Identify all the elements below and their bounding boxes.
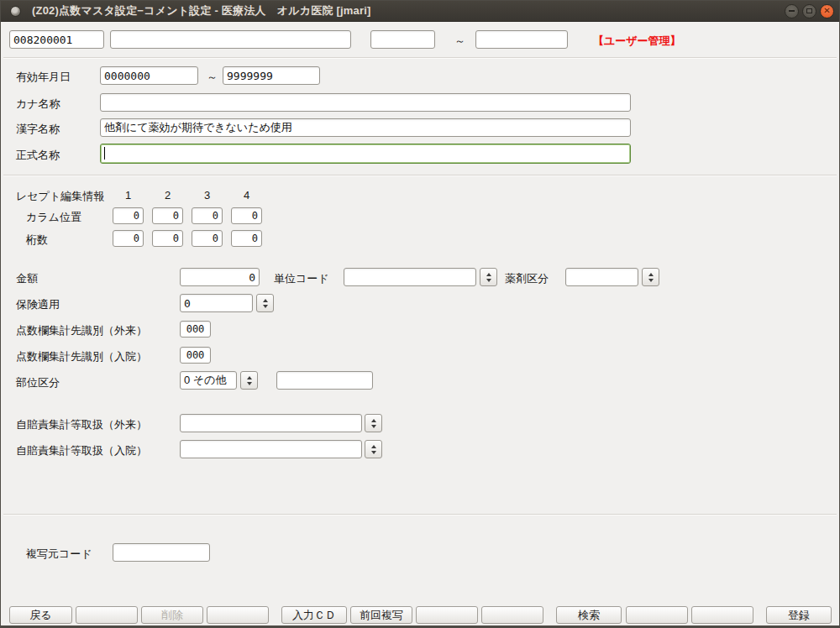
spin-down-icon <box>371 425 376 428</box>
receipt-edit-label: レセプト編集情報 <box>16 189 104 204</box>
blank-button-6[interactable] <box>691 606 753 624</box>
maximize-icon <box>806 8 812 13</box>
body-part-label: 部位区分 <box>16 375 60 390</box>
blank-button-5[interactable] <box>626 606 688 624</box>
minimize-icon <box>789 10 795 12</box>
window-controls: ✕ <box>785 4 834 18</box>
spin-down-icon <box>371 451 376 454</box>
kanji-name-input[interactable] <box>100 118 631 137</box>
tally-outpatient-label: 点数欄集計先識別（外来） <box>16 323 147 338</box>
jibai-outpatient-label: 自賠責集計等取扱（外来） <box>16 417 147 432</box>
official-name-input[interactable] <box>100 144 631 164</box>
register-button[interactable]: 登録 <box>766 606 832 624</box>
back-button[interactable]: 戻る <box>9 606 72 624</box>
column-position-input-4[interactable] <box>231 207 262 224</box>
valid-date-tilde: ～ <box>207 70 218 85</box>
spin-up-icon <box>371 445 376 448</box>
spin-down-icon <box>263 305 268 308</box>
column-header-2: 2 <box>152 189 183 201</box>
insurance-label: 保険適用 <box>16 297 60 312</box>
insurance-input[interactable] <box>180 294 253 312</box>
valid-date-to-input[interactable] <box>223 66 320 85</box>
spin-down-icon <box>247 382 252 385</box>
column-position-input-2[interactable] <box>152 207 183 224</box>
column-position-label: カラム位置 <box>26 210 81 225</box>
range-from-input[interactable] <box>370 30 435 49</box>
kana-name-input[interactable] <box>100 93 631 112</box>
column-header-3: 3 <box>192 189 223 201</box>
close-icon: ✕ <box>823 7 830 15</box>
code-input[interactable] <box>9 30 104 49</box>
body-part-input[interactable] <box>180 371 237 390</box>
spin-up-icon <box>371 419 376 422</box>
copy-source-input[interactable] <box>113 543 210 562</box>
body-part-extra-input[interactable] <box>276 371 373 390</box>
spin-up-icon <box>486 273 491 276</box>
spin-down-icon <box>648 279 654 282</box>
valid-date-label: 有効年月日 <box>16 70 71 85</box>
separator <box>3 175 837 176</box>
digits-input-1[interactable] <box>113 230 144 247</box>
digits-label: 桁数 <box>26 233 48 248</box>
column-header-1: 1 <box>113 189 144 201</box>
jibai-outpatient-input[interactable] <box>180 414 362 432</box>
spin-up-icon <box>263 299 268 302</box>
official-name-label: 正式名称 <box>16 148 60 163</box>
copy-source-label: 複写元コード <box>26 547 92 562</box>
search-button[interactable]: 検索 <box>556 606 622 624</box>
spin-up-icon <box>247 376 252 379</box>
name-input[interactable] <box>110 30 351 49</box>
spin-up-icon <box>648 273 654 276</box>
separator <box>3 57 837 59</box>
tally-inpatient-input[interactable] <box>180 347 211 364</box>
spin-down-icon <box>486 279 491 282</box>
user-management-note: 【ユーザー管理】 <box>593 34 681 49</box>
drug-class-input[interactable] <box>565 268 638 286</box>
column-position-input-1[interactable] <box>113 207 144 224</box>
blank-button-2[interactable] <box>207 606 269 624</box>
blank-button-4[interactable] <box>481 606 543 624</box>
drug-class-label: 薬剤区分 <box>505 271 549 286</box>
tally-inpatient-label: 点数欄集計先識別（入院） <box>16 349 147 364</box>
tally-outpatient-input[interactable] <box>180 321 211 338</box>
separator <box>3 514 837 515</box>
window-title: (Z02)点数マスタ設定−コメント設定 - 医療法人 オルカ医院 [jmari] <box>32 3 371 18</box>
input-cd-button[interactable]: 入力ＣＤ <box>281 606 347 624</box>
body-part-spinner[interactable] <box>240 371 258 390</box>
minimize-button[interactable] <box>785 4 799 18</box>
amount-input[interactable] <box>180 268 260 286</box>
kanji-name-label: 漢字名称 <box>16 122 60 137</box>
jibai-outpatient-spinner[interactable] <box>365 414 382 432</box>
jibai-inpatient-input[interactable] <box>180 440 362 458</box>
range-tilde: ～ <box>454 34 465 49</box>
digits-input-3[interactable] <box>192 230 223 247</box>
jibai-inpatient-spinner[interactable] <box>365 440 382 458</box>
blank-button-1[interactable] <box>76 606 138 624</box>
valid-date-from-input[interactable] <box>100 66 198 85</box>
digits-input-4[interactable] <box>231 230 262 247</box>
insurance-spinner[interactable] <box>256 294 274 312</box>
titlebar: (Z02)点数マスタ設定−コメント設定 - 医療法人 オルカ医院 [jmari]… <box>1 1 839 22</box>
app-icon <box>10 6 21 17</box>
digits-input-2[interactable] <box>152 230 183 247</box>
amount-label: 金額 <box>16 271 38 286</box>
kana-name-label: カナ名称 <box>16 97 60 112</box>
drug-class-spinner[interactable] <box>642 268 659 286</box>
text-cursor <box>104 147 105 160</box>
unit-code-label: 単位コード <box>274 271 329 286</box>
blank-button-3[interactable] <box>416 606 478 624</box>
app-window: (Z02)点数マスタ設定−コメント設定 - 医療法人 オルカ医院 [jmari]… <box>0 0 840 628</box>
delete-button: 削除 <box>141 606 203 624</box>
range-to-input[interactable] <box>475 30 568 49</box>
column-header-4: 4 <box>231 189 262 201</box>
previous-copy-button[interactable]: 前回複写 <box>350 606 412 624</box>
column-position-input-3[interactable] <box>192 207 223 224</box>
unit-code-spinner[interactable] <box>480 268 497 286</box>
jibai-inpatient-label: 自賠責集計等取扱（入院） <box>16 443 147 458</box>
unit-code-input[interactable] <box>344 268 476 286</box>
close-button[interactable]: ✕ <box>820 4 834 18</box>
maximize-button[interactable] <box>802 4 816 18</box>
